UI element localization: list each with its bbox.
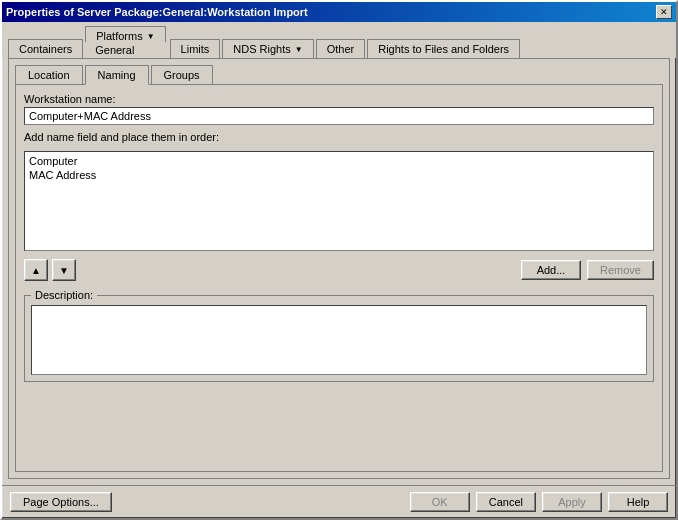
platforms-arrow-icon: ▼ xyxy=(147,32,155,41)
add-remove-buttons: Add... Remove xyxy=(521,260,654,280)
cancel-button[interactable]: Cancel xyxy=(476,492,536,512)
tab-other[interactable]: Other xyxy=(316,39,366,58)
platforms-sub-label[interactable]: General xyxy=(85,42,144,58)
move-down-button[interactable]: ▼ xyxy=(52,259,76,281)
description-input[interactable] xyxy=(31,305,647,375)
list-item[interactable]: Computer xyxy=(27,154,651,168)
apply-button[interactable]: Apply xyxy=(542,492,602,512)
add-name-label: Add name field and place them in order: xyxy=(24,131,654,143)
up-arrow-icon: ▲ xyxy=(31,265,41,276)
description-section: Description: xyxy=(24,289,654,382)
nds-rights-arrow-icon: ▼ xyxy=(295,45,303,54)
main-tab-bar: Containers Platforms ▼ General Limits ND… xyxy=(2,22,676,58)
name-fields-listbox[interactable]: Computer MAC Address xyxy=(24,151,654,251)
page-options-button[interactable]: Page Options... xyxy=(10,492,112,512)
inner-content-panel: Workstation name: Add name field and pla… xyxy=(15,84,663,472)
controls-row: ▲ ▼ Add... Remove xyxy=(24,257,654,281)
tab-naming[interactable]: Naming xyxy=(85,65,149,85)
workstation-name-section: Workstation name: xyxy=(24,93,654,125)
close-button[interactable]: ✕ xyxy=(656,5,672,19)
down-arrow-icon: ▼ xyxy=(59,265,69,276)
add-button[interactable]: Add... xyxy=(521,260,581,280)
reorder-buttons: ▲ ▼ xyxy=(24,259,76,281)
tab-containers[interactable]: Containers xyxy=(8,39,83,58)
tab-nds-rights[interactable]: NDS Rights ▼ xyxy=(222,39,313,58)
help-button[interactable]: Help xyxy=(608,492,668,512)
tab-location[interactable]: Location xyxy=(15,65,83,84)
bottom-bar: Page Options... OK Cancel Apply Help xyxy=(2,485,676,518)
title-bar: Properties of Server Package:General:Wor… xyxy=(2,2,676,22)
window-title: Properties of Server Package:General:Wor… xyxy=(6,6,308,18)
workstation-name-input[interactable] xyxy=(24,107,654,125)
ok-button[interactable]: OK xyxy=(410,492,470,512)
tab-limits[interactable]: Limits xyxy=(170,39,221,58)
remove-button[interactable]: Remove xyxy=(587,260,654,280)
main-window: Properties of Server Package:General:Wor… xyxy=(0,0,678,520)
content-area: Location Naming Groups Workstation name:… xyxy=(8,58,670,479)
inner-tab-bar: Location Naming Groups xyxy=(15,65,663,84)
dialog-buttons: OK Cancel Apply Help xyxy=(410,492,668,512)
tab-platforms[interactable]: Platforms ▼ xyxy=(85,26,165,42)
move-up-button[interactable]: ▲ xyxy=(24,259,48,281)
list-item[interactable]: MAC Address xyxy=(27,168,651,182)
tab-groups[interactable]: Groups xyxy=(151,65,213,84)
description-label: Description: xyxy=(31,289,97,301)
workstation-name-label: Workstation name: xyxy=(24,93,654,105)
tab-rights-files-folders[interactable]: Rights to Files and Folders xyxy=(367,39,520,58)
